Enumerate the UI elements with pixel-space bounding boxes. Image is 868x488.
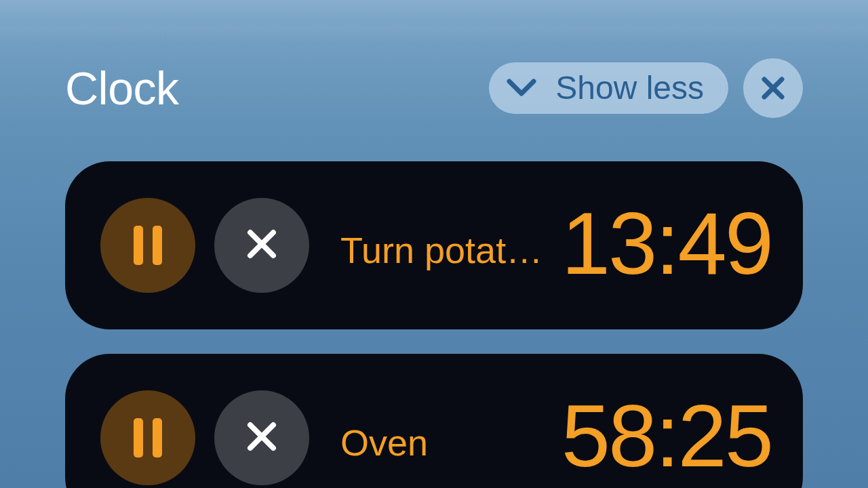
timer-time: 58:25 <box>561 392 772 484</box>
timer-card[interactable]: Oven 58:25 <box>65 354 803 488</box>
pause-icon <box>134 226 162 265</box>
pause-icon <box>134 418 162 458</box>
show-less-label: Show less <box>555 72 704 104</box>
close-icon <box>243 418 280 458</box>
cancel-timer-button[interactable] <box>214 198 309 293</box>
show-less-button[interactable]: Show less <box>489 62 728 114</box>
app-title: Clock <box>65 62 179 115</box>
timer-card[interactable]: Turn potat… 13:49 <box>65 161 803 329</box>
dismiss-stack-button[interactable] <box>743 58 803 118</box>
close-icon <box>243 226 280 265</box>
stack-header: Clock Show less <box>65 58 803 118</box>
timer-cards: Turn potat… 13:49 Oven 58:25 <box>65 161 803 488</box>
notification-stack: Clock Show less <box>65 58 803 488</box>
cancel-timer-button[interactable] <box>214 390 309 485</box>
timer-label: Turn potat… <box>340 220 548 271</box>
timer-label: Oven <box>340 412 548 464</box>
timer-time: 13:49 <box>561 199 772 291</box>
header-actions: Show less <box>489 58 803 118</box>
chevron-down-icon <box>507 79 536 98</box>
pause-button[interactable] <box>100 198 195 293</box>
close-icon <box>760 75 786 101</box>
pause-button[interactable] <box>100 390 195 485</box>
